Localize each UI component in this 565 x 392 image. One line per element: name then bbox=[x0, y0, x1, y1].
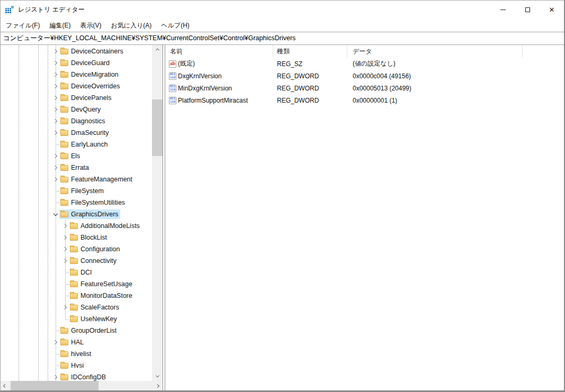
tree-item-devquery[interactable]: DevQuery bbox=[1, 104, 151, 115]
tree-item-label: FileSystem bbox=[71, 187, 104, 195]
chevron-right-icon[interactable] bbox=[52, 127, 59, 139]
chevron-right-icon[interactable] bbox=[52, 162, 59, 174]
menu-item-edit[interactable]: 編集(E) bbox=[44, 20, 75, 32]
vertical-scrollbar-thumb[interactable] bbox=[152, 99, 163, 156]
dotted-connector bbox=[65, 296, 69, 296]
folder-icon bbox=[60, 84, 68, 89]
values-pane: 名前種類データ ab(既定)REG_SZ(値の設定なし)011110DxgKrn… bbox=[165, 45, 564, 390]
chevron-right-icon[interactable] bbox=[52, 174, 59, 185]
chevron-right-icon[interactable] bbox=[61, 220, 69, 232]
dotted-connector bbox=[56, 191, 59, 192]
registry-editor-icon bbox=[5, 6, 14, 14]
tree-item-idconfigdb[interactable]: IDConfigDB bbox=[1, 371, 151, 381]
value-type-text: REG_DWORD bbox=[277, 97, 319, 104]
tree-horizontal-scrollbar[interactable] bbox=[1, 381, 163, 390]
tree-item-hvsi[interactable]: Hvsi bbox=[1, 360, 151, 371]
tree-item-monitordatastore[interactable]: MonitorDataStore bbox=[1, 290, 151, 302]
scroll-down-button[interactable] bbox=[152, 372, 163, 381]
column-header-name[interactable]: 名前 bbox=[165, 45, 273, 58]
tree-item-filesystem[interactable]: FileSystem bbox=[1, 185, 151, 197]
minimize-button[interactable] bbox=[491, 1, 515, 19]
tree-item-label: Connectivity bbox=[80, 257, 116, 265]
tree-item-els[interactable]: Els bbox=[1, 150, 151, 162]
menu-item-file[interactable]: ファイル(F) bbox=[1, 20, 44, 32]
tree-connector-dots bbox=[61, 290, 69, 302]
tree-item-devicecontainers[interactable]: DeviceContainers bbox=[1, 45, 151, 57]
chevron-right-icon[interactable] bbox=[61, 255, 69, 267]
tree-item-label: BlockList bbox=[80, 234, 107, 241]
menubar: ファイル(F)編集(E)表示(V)お気に入り(A)ヘルプ(H) bbox=[1, 19, 564, 32]
chevron-right-icon[interactable] bbox=[52, 69, 59, 80]
tree-item-featuresetusage[interactable]: FeatureSetUsage bbox=[1, 278, 151, 290]
chevron-right-icon[interactable] bbox=[52, 80, 59, 92]
folder-icon bbox=[60, 60, 68, 66]
column-header-type[interactable]: 種類 bbox=[273, 45, 347, 58]
horizontal-scrollbar-thumb[interactable] bbox=[11, 381, 98, 390]
tree-item-content: Els bbox=[59, 151, 82, 161]
tree-item-dci[interactable]: DCI bbox=[1, 267, 151, 278]
tree-item-earlylaunch[interactable]: EarlyLaunch bbox=[1, 139, 151, 150]
tree-item-additionalmodelists[interactable]: AdditionalModeLists bbox=[1, 220, 151, 232]
scroll-up-button[interactable] bbox=[152, 45, 163, 54]
tree-connector-dots bbox=[61, 267, 69, 278]
tree-item-deviceoverrides[interactable]: DeviceOverrides bbox=[1, 80, 151, 92]
tree-item-dmasecurity[interactable]: DmaSecurity bbox=[1, 127, 151, 139]
tree-item-grouporderlist[interactable]: GroupOrderList bbox=[1, 325, 151, 336]
menu-item-help[interactable]: ヘルプ(H) bbox=[156, 20, 194, 32]
chevron-right-icon[interactable] bbox=[52, 57, 59, 69]
tree-item-errata[interactable]: Errata bbox=[1, 162, 151, 174]
chevron-right-icon[interactable] bbox=[52, 371, 59, 381]
folder-icon bbox=[60, 49, 68, 54]
value-type-cell: REG_DWORD bbox=[273, 97, 347, 104]
chevron-right-icon[interactable] bbox=[52, 104, 59, 115]
tree-item-connectivity[interactable]: Connectivity bbox=[1, 255, 151, 267]
tree-item-blocklist[interactable]: BlockList bbox=[1, 232, 151, 243]
chevron-down-icon[interactable] bbox=[52, 208, 59, 220]
value-row-mindxgkrnlversion[interactable]: 011110MinDxgKrnlVersionREG_DWORD0x000050… bbox=[165, 82, 564, 94]
chevron-right-icon[interactable] bbox=[61, 302, 69, 313]
chevron-right-icon[interactable] bbox=[52, 45, 59, 57]
tree-item-hal[interactable]: HAL bbox=[1, 336, 151, 348]
chevron-right-icon[interactable] bbox=[52, 150, 59, 162]
scroll-right-button[interactable] bbox=[153, 381, 162, 390]
value-row-platformsupportmiracast[interactable]: 011110PlatformSupportMiracastREG_DWORD0x… bbox=[165, 94, 564, 106]
tree-vertical-scrollbar[interactable] bbox=[152, 45, 163, 381]
chevron-right-icon[interactable] bbox=[61, 232, 69, 243]
tree-item-devicemigration[interactable]: DeviceMigration bbox=[1, 69, 151, 80]
value-row-default[interactable]: ab(既定)REG_SZ(値の設定なし) bbox=[165, 58, 564, 70]
maximize-button[interactable] bbox=[515, 1, 540, 19]
value-row-dxgkrnlversion[interactable]: 011110DxgKrnlVersionREG_DWORD0x0000c004 … bbox=[165, 70, 564, 82]
folder-icon bbox=[70, 281, 78, 287]
close-button[interactable]: ✕ bbox=[540, 1, 564, 19]
tree-item-filesystemutilities[interactable]: FileSystemUtilities bbox=[1, 197, 151, 208]
address-bar[interactable]: コンピューター¥HKEY_LOCAL_MACHINE¥SYSTEM¥Curren… bbox=[1, 32, 564, 45]
column-header-data[interactable]: データ bbox=[347, 45, 523, 58]
value-name-text: MinDxgKrnlVersion bbox=[178, 85, 232, 92]
tree-item-hivelist[interactable]: hivelist bbox=[1, 348, 151, 360]
tree-item-usenewkey[interactable]: UseNewKey bbox=[1, 313, 151, 325]
tree-item-deviceguard[interactable]: DeviceGuard bbox=[1, 57, 151, 69]
tree-item-content: DevicePanels bbox=[59, 93, 113, 103]
tree-item-label: Configuration bbox=[80, 245, 120, 253]
string-value-icon: ab bbox=[169, 60, 176, 68]
folder-icon bbox=[70, 223, 78, 229]
chevron-right-icon[interactable] bbox=[61, 243, 69, 255]
scroll-left-button[interactable] bbox=[1, 381, 10, 390]
tree-item-configuration[interactable]: Configuration bbox=[1, 243, 151, 255]
chevron-right-icon[interactable] bbox=[52, 92, 59, 104]
dotted-connector bbox=[65, 319, 69, 320]
tree-item-featuremanagement[interactable]: FeatureManagement bbox=[1, 174, 151, 185]
menu-item-favorites[interactable]: お気に入り(A) bbox=[106, 20, 156, 32]
folder-icon bbox=[60, 165, 68, 171]
chevron-right-icon[interactable] bbox=[52, 336, 59, 348]
main-area: DeviceContainersDeviceGuardDeviceMigrati… bbox=[1, 45, 564, 390]
chevron-right-icon[interactable] bbox=[52, 115, 59, 127]
tree-connector-dots bbox=[61, 313, 69, 325]
tree-item-scalefactors[interactable]: ScaleFactors bbox=[1, 302, 151, 313]
value-type-cell: REG_DWORD bbox=[273, 72, 347, 80]
tree-item-graphicsdrivers[interactable]: GraphicsDrivers bbox=[1, 208, 151, 220]
tree-item-content: Diagnostics bbox=[59, 116, 107, 126]
menu-item-view[interactable]: 表示(V) bbox=[75, 20, 106, 32]
tree-item-devicepanels[interactable]: DevicePanels bbox=[1, 92, 151, 104]
tree-item-diagnostics[interactable]: Diagnostics bbox=[1, 115, 151, 127]
